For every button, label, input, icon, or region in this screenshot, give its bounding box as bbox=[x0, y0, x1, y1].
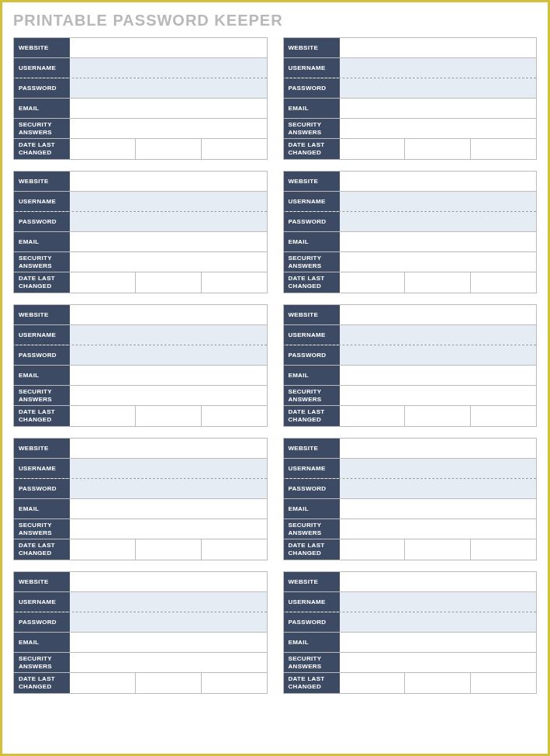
date-cell-1[interactable] bbox=[340, 406, 406, 426]
date-cell-3[interactable] bbox=[471, 139, 536, 159]
row-website: WEBSITE bbox=[284, 172, 537, 192]
date-cell-1[interactable] bbox=[70, 539, 136, 560]
value-password[interactable] bbox=[70, 612, 267, 632]
value-website[interactable] bbox=[70, 305, 267, 324]
value-password[interactable] bbox=[340, 479, 537, 498]
date-cell-2[interactable] bbox=[405, 139, 471, 159]
value-username[interactable] bbox=[70, 592, 267, 612]
date-cell-3[interactable] bbox=[471, 272, 536, 293]
date-cell-2[interactable] bbox=[405, 539, 471, 560]
date-cell-1[interactable] bbox=[70, 673, 136, 693]
value-username[interactable] bbox=[340, 459, 537, 478]
date-cell-3[interactable] bbox=[471, 406, 536, 426]
date-cell-1[interactable] bbox=[340, 673, 406, 693]
value-email[interactable] bbox=[70, 99, 267, 118]
value-security[interactable] bbox=[340, 519, 537, 539]
value-password[interactable] bbox=[340, 345, 537, 365]
date-cell-2[interactable] bbox=[136, 539, 202, 560]
value-email[interactable] bbox=[340, 499, 537, 518]
value-email[interactable] bbox=[340, 633, 537, 652]
row-password: PASSWORD bbox=[284, 479, 537, 499]
row-security: SECURITY ANSWERS bbox=[14, 252, 267, 272]
row-security: SECURITY ANSWERS bbox=[284, 653, 537, 673]
value-website[interactable] bbox=[340, 172, 537, 191]
value-username[interactable] bbox=[340, 192, 537, 211]
date-cell-2[interactable] bbox=[136, 673, 202, 693]
value-username[interactable] bbox=[340, 58, 537, 78]
value-password[interactable] bbox=[70, 78, 267, 98]
date-cell-3[interactable] bbox=[471, 539, 536, 560]
label-password: PASSWORD bbox=[284, 78, 340, 98]
date-cell-3[interactable] bbox=[202, 673, 267, 693]
date-cell-1[interactable] bbox=[340, 539, 406, 560]
password-card: WEBSITEUSERNAMEPASSWORDEMAILSECURITY ANS… bbox=[283, 37, 538, 160]
value-security[interactable] bbox=[340, 119, 537, 138]
date-cell-2[interactable] bbox=[136, 139, 202, 159]
value-security[interactable] bbox=[70, 653, 267, 672]
value-email[interactable] bbox=[340, 232, 537, 251]
value-email[interactable] bbox=[70, 633, 267, 652]
row-email: EMAIL bbox=[284, 499, 537, 519]
value-email[interactable] bbox=[340, 99, 537, 118]
label-security: SECURITY ANSWERS bbox=[284, 386, 340, 405]
label-email: EMAIL bbox=[14, 499, 70, 518]
date-cell-1[interactable] bbox=[340, 139, 406, 159]
date-cell-1[interactable] bbox=[70, 406, 136, 426]
date-cell-3[interactable] bbox=[202, 139, 267, 159]
value-email[interactable] bbox=[70, 232, 267, 251]
value-password[interactable] bbox=[70, 345, 267, 365]
value-username[interactable] bbox=[70, 459, 267, 478]
date-cell-2[interactable] bbox=[405, 673, 471, 693]
date-cell-2[interactable] bbox=[136, 406, 202, 426]
value-website[interactable] bbox=[340, 439, 537, 458]
label-website: WEBSITE bbox=[14, 38, 70, 57]
label-date-changed: DATE LAST CHANGED bbox=[284, 406, 340, 426]
value-security[interactable] bbox=[70, 252, 267, 272]
value-email[interactable] bbox=[70, 499, 267, 518]
date-cell-1[interactable] bbox=[70, 139, 136, 159]
row-security: SECURITY ANSWERS bbox=[14, 519, 267, 539]
label-security: SECURITY ANSWERS bbox=[14, 519, 70, 539]
value-website[interactable] bbox=[340, 305, 537, 324]
value-website[interactable] bbox=[70, 572, 267, 591]
date-cell-1[interactable] bbox=[340, 272, 406, 293]
label-date-changed: DATE LAST CHANGED bbox=[14, 539, 70, 560]
value-security[interactable] bbox=[340, 653, 537, 672]
value-website[interactable] bbox=[340, 572, 537, 591]
value-username[interactable] bbox=[340, 592, 537, 612]
value-website[interactable] bbox=[70, 38, 267, 57]
value-website[interactable] bbox=[340, 38, 537, 57]
value-security[interactable] bbox=[70, 119, 267, 138]
value-email[interactable] bbox=[70, 366, 267, 385]
value-password[interactable] bbox=[70, 212, 267, 231]
date-cell-2[interactable] bbox=[405, 272, 471, 293]
value-username[interactable] bbox=[340, 325, 537, 345]
date-cell-1[interactable] bbox=[70, 272, 136, 293]
date-cell-3[interactable] bbox=[202, 406, 267, 426]
label-website: WEBSITE bbox=[284, 38, 340, 57]
value-username[interactable] bbox=[70, 58, 267, 78]
value-security[interactable] bbox=[70, 386, 267, 405]
value-email[interactable] bbox=[340, 366, 537, 385]
value-security[interactable] bbox=[340, 386, 537, 405]
row-username: USERNAME bbox=[284, 58, 537, 78]
value-security[interactable] bbox=[340, 252, 537, 272]
date-cell-3[interactable] bbox=[202, 539, 267, 560]
value-security[interactable] bbox=[70, 519, 267, 539]
value-password[interactable] bbox=[340, 78, 537, 98]
value-password[interactable] bbox=[340, 212, 537, 231]
date-cell-2[interactable] bbox=[405, 406, 471, 426]
row-website: WEBSITE bbox=[284, 305, 537, 325]
date-cell-2[interactable] bbox=[136, 272, 202, 293]
value-password[interactable] bbox=[70, 479, 267, 498]
date-cell-3[interactable] bbox=[471, 673, 536, 693]
date-cell-3[interactable] bbox=[202, 272, 267, 293]
label-security: SECURITY ANSWERS bbox=[14, 119, 70, 138]
date-cells bbox=[70, 139, 267, 159]
value-website[interactable] bbox=[70, 439, 267, 458]
value-username[interactable] bbox=[70, 325, 267, 345]
value-password[interactable] bbox=[340, 612, 537, 632]
value-website[interactable] bbox=[70, 172, 267, 191]
value-username[interactable] bbox=[70, 192, 267, 211]
row-security: SECURITY ANSWERS bbox=[284, 386, 537, 406]
